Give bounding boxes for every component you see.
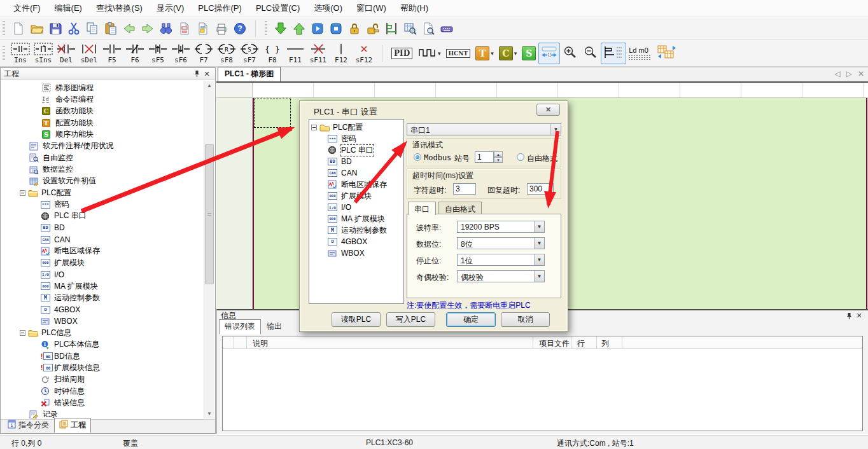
ladder-cursor-cell[interactable]: [254, 99, 291, 128]
field-select-2[interactable]: 8位▼: [457, 237, 545, 249]
help-icon[interactable]: ?: [230, 19, 249, 38]
zoom-in-tool-button[interactable]: [560, 43, 580, 64]
tree-item-函数功能块[interactable]: C函数功能块: [1, 106, 204, 117]
tab-next-icon[interactable]: ▷: [846, 69, 852, 78]
menu-item-1[interactable]: 文件(F): [6, 0, 48, 17]
copy-icon[interactable]: [83, 19, 101, 38]
modbus-radio[interactable]: [414, 153, 421, 161]
tree-item-扩展模块[interactable]: 000扩展模块: [1, 257, 204, 268]
tree-item-密码[interactable]: ***密码: [309, 133, 403, 144]
panel-tab-instruction-category[interactable]: 1指令分类: [3, 418, 54, 433]
collapse-minus-icon[interactable]: [20, 330, 25, 336]
tree-item-记录[interactable]: 记录: [1, 409, 204, 418]
print-icon[interactable]: [212, 19, 230, 38]
char-timeout-input[interactable]: 3: [453, 183, 476, 195]
ladder-tool-sdel[interactable]: sDel: [78, 41, 101, 66]
nav-forward-icon[interactable]: [138, 19, 157, 38]
tree-item-运动控制参数[interactable]: M运动控制参数: [309, 224, 403, 236]
tree-item-BD[interactable]: BDBD: [1, 222, 204, 233]
ladder-tool-del[interactable]: Del: [55, 41, 78, 66]
ladder-tool-f7[interactable]: F7: [192, 41, 215, 66]
tree-item-配置功能块[interactable]: T配置功能块: [1, 117, 204, 128]
ladder-tool-sf5[interactable]: sF5: [146, 41, 169, 66]
ladder-view-tool-button[interactable]: [601, 43, 626, 64]
zoom-out-tool-button[interactable]: [580, 43, 601, 64]
field-select-3[interactable]: 1位▼: [457, 254, 545, 266]
wave-tool-button[interactable]: ▾: [415, 43, 444, 64]
s-tool-button[interactable]: S: [519, 43, 538, 64]
new-file-icon[interactable]: [9, 19, 27, 38]
chevron-down-icon[interactable]: ▼: [534, 271, 544, 282]
scroll-up-icon[interactable]: ▲: [204, 81, 214, 90]
download-plc-icon[interactable]: [271, 19, 290, 38]
lock-icon[interactable]: [345, 19, 363, 38]
tab-close-icon[interactable]: ✕: [858, 69, 864, 78]
dialog-close-button[interactable]: ✕: [536, 104, 560, 116]
read-plc-button[interactable]: 读取PLC: [332, 312, 381, 327]
output-window-icon[interactable]: [193, 19, 212, 38]
ldm0-tool-button[interactable]: Ld m0: [626, 43, 654, 64]
widthtool-tool-button[interactable]: [538, 43, 560, 64]
com-config-icon[interactable]: [437, 19, 456, 38]
tree-item-WBOX[interactable]: WBOX: [309, 247, 403, 259]
upload-plc-icon[interactable]: [290, 19, 308, 38]
c-tool-button[interactable]: C▾: [496, 43, 520, 64]
menu-item-6[interactable]: PLC设置(C): [249, 0, 307, 17]
ladder-tool-sins[interactable]: sIns: [32, 41, 55, 66]
tree-item-扩展模块信息[interactable]: !00扩展模块信息: [1, 362, 204, 373]
dialog-tab-free-format[interactable]: 自由格式: [438, 202, 482, 214]
open-file-icon[interactable]: [27, 19, 46, 38]
write-plc-button[interactable]: 写入PLC: [386, 312, 435, 327]
tree-item-CAN[interactable]: CANCAN: [1, 233, 204, 245]
tab-plc1-ladder[interactable]: PLC1 - 梯形图: [218, 67, 281, 81]
tab-prev-icon[interactable]: ◁: [834, 69, 840, 78]
chevron-down-icon[interactable]: ▼: [550, 124, 561, 135]
tree-item-PLC信息[interactable]: PLC信息: [1, 327, 204, 338]
collapse-minus-icon[interactable]: [311, 125, 317, 130]
scroll-down-icon[interactable]: ▼: [204, 409, 214, 418]
ladder-tool-sf6[interactable]: sF6: [169, 41, 192, 66]
tree-item-扩展模块[interactable]: 000扩展模块: [309, 190, 403, 202]
stop-plc-icon[interactable]: [326, 19, 345, 38]
reply-timeout-input[interactable]: 300: [527, 183, 554, 195]
field-select-1[interactable]: 19200 BPS▼: [457, 221, 545, 233]
tree-item-I-O[interactable]: I/OI/O: [309, 202, 403, 213]
tree-item-CAN[interactable]: CANCAN: [309, 167, 403, 179]
paste-icon[interactable]: [101, 19, 120, 38]
tree-item-4GBOX[interactable]: D4GBOX: [1, 304, 204, 315]
info-tab-error-list[interactable]: 错误列表: [219, 319, 261, 335]
tree-item-PLC-串口[interactable]: PLC 串口: [309, 144, 403, 156]
pin-icon[interactable]: [192, 69, 202, 78]
tree-item-BD[interactable]: BDBD: [309, 156, 403, 167]
ladder-tool-f8[interactable]: { }F8: [261, 41, 284, 66]
menu-item-8[interactable]: 窗口(W): [349, 0, 393, 17]
ok-button[interactable]: 确定: [446, 312, 496, 327]
menu-item-3[interactable]: 查找\替换(S): [89, 0, 150, 17]
close-icon[interactable]: ✕: [202, 69, 212, 78]
ladder-tool-sf8[interactable]: RsF8: [215, 41, 238, 66]
chevron-down-icon[interactable]: ▼: [534, 254, 544, 265]
cancel-button[interactable]: 取消: [501, 312, 550, 327]
tree-item-PLC本体信息[interactable]: iPLC本体信息: [1, 339, 204, 350]
free-monitor-icon[interactable]: [419, 19, 437, 38]
data-monitor-icon[interactable]: [400, 19, 419, 38]
nav-back-icon[interactable]: [120, 19, 138, 38]
tree-item-MA-扩展模块[interactable]: 000MA 扩展模块: [1, 280, 204, 292]
station-number-input[interactable]: 1: [475, 151, 494, 163]
device-comment-icon[interactable]: [175, 19, 193, 38]
unlock-icon[interactable]: [363, 19, 382, 38]
hcnt-tool-button[interactable]: HCNT: [444, 43, 473, 64]
info-tab-output[interactable]: 输出: [261, 319, 288, 335]
tree-item-MA-扩展模块[interactable]: 000MA 扩展模块: [309, 213, 403, 224]
station-spinner[interactable]: ▲▼: [494, 151, 503, 163]
tree-item-4GBOX[interactable]: D4GBOX: [309, 236, 403, 247]
ladder-tool-f11[interactable]: F11: [284, 41, 307, 66]
ladder-tool-f5[interactable]: F5: [101, 41, 123, 66]
close-icon[interactable]: ✕: [854, 312, 864, 321]
tree-item-顺序功能块[interactable]: S顺序功能块: [1, 128, 204, 140]
scroll-thumb[interactable]: [205, 144, 214, 284]
free-format-radio[interactable]: [517, 153, 524, 161]
menu-item-5[interactable]: PLC操作(P): [191, 0, 249, 17]
tree-item-I-O[interactable]: I/OI/O: [1, 269, 204, 280]
tree-item-断电区域保存[interactable]: 断电区域保存: [1, 245, 204, 257]
